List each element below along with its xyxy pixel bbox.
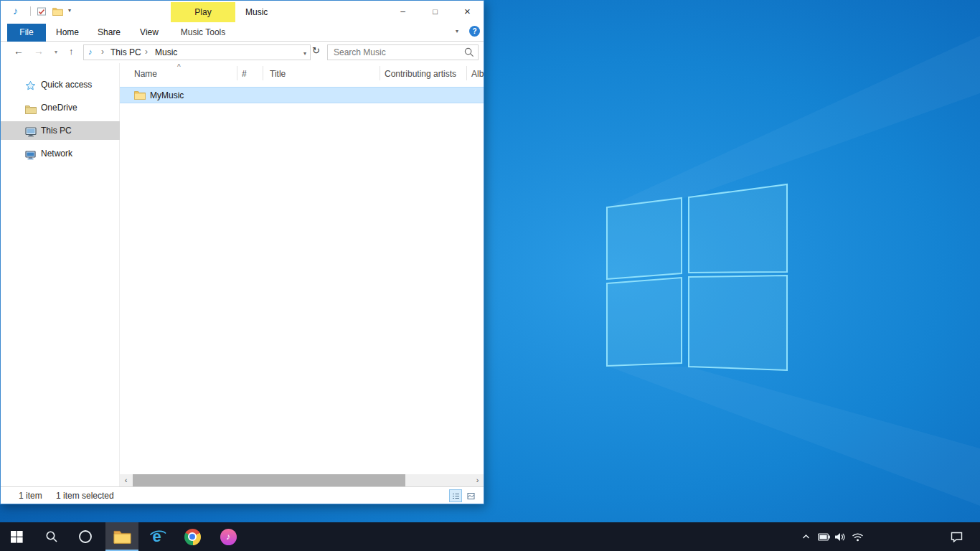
up-button[interactable]: ↑ [69, 46, 74, 57]
start-button[interactable] [0, 522, 33, 551]
computer-icon [25, 125, 37, 143]
item-count: 1 item [19, 491, 42, 501]
breadcrumb-separator-icon[interactable]: › [145, 47, 148, 57]
taskbar-itunes-button[interactable]: ♪ [212, 522, 245, 551]
address-location-icon: ♪ [88, 47, 93, 56]
column-header-name[interactable]: Name [134, 69, 157, 79]
taskbar-internet-explorer-button[interactable]: e [141, 522, 174, 551]
status-bar: 1 item 1 item selected [1, 486, 484, 504]
ribbon-collapse-chevron-icon[interactable]: ▾ [456, 28, 458, 34]
chrome-icon [184, 529, 201, 545]
refresh-button[interactable]: ↻ [312, 45, 320, 56]
action-center-icon [951, 532, 963, 542]
chrome-center-dot [189, 534, 195, 540]
address-bar[interactable]: ♪ › This PC › Music ▾ [83, 44, 311, 60]
forward-button[interactable]: → [34, 45, 44, 57]
network-icon [25, 148, 37, 166]
show-hidden-icons-button[interactable] [798, 522, 814, 551]
help-button[interactable]: ? [469, 26, 480, 37]
tab-music-tools[interactable]: Music Tools [170, 24, 236, 42]
windows-start-icon [11, 531, 23, 543]
selection-summary: 1 item selected [56, 491, 114, 501]
taskbar: e ♪ [0, 522, 980, 551]
search-icon[interactable] [464, 47, 474, 60]
column-header-title[interactable]: Title [270, 69, 286, 79]
network-tray-button[interactable] [849, 522, 865, 551]
sidebar-item-network[interactable]: Network [1, 144, 120, 163]
scroll-left-arrow-icon[interactable]: ‹ [120, 474, 132, 486]
column-divider[interactable] [237, 66, 237, 80]
breadcrumb-music[interactable]: Music [155, 47, 177, 57]
large-icons-view-button[interactable] [464, 489, 477, 502]
tab-share[interactable]: Share [89, 24, 129, 42]
breadcrumb-this-pc[interactable]: This PC [110, 47, 141, 57]
back-button[interactable]: ← [14, 45, 24, 57]
folder-icon [134, 90, 146, 102]
desktop: ♪ ▾ Play Music – □ × File Home Share Vie… [0, 0, 980, 551]
sort-ascending-icon: ^ [177, 63, 181, 71]
navigation-bar: ← → ▾ ↑ ♪ › This PC › Music ▾ ↻ [1, 42, 484, 63]
recent-locations-chevron-icon[interactable]: ▾ [55, 49, 57, 55]
search-input[interactable] [328, 45, 478, 60]
search-box[interactable] [327, 44, 479, 60]
chevron-up-icon [802, 534, 810, 540]
scrollbar-thumb[interactable] [133, 474, 405, 486]
quick-access-star-icon [25, 79, 36, 98]
properties-icon[interactable] [37, 6, 47, 19]
tab-file[interactable]: File [7, 24, 46, 42]
ribbon-tab-row: File Home Share View Music Tools ▾ ? [1, 22, 484, 42]
onedrive-icon [25, 102, 37, 121]
battery-icon [818, 533, 830, 541]
internet-explorer-icon: e [149, 527, 167, 546]
itunes-icon: ♪ [220, 529, 237, 545]
sidebar-item-this-pc[interactable]: This PC [1, 121, 120, 140]
file-explorer-window: ♪ ▾ Play Music – □ × File Home Share Vie… [0, 0, 484, 504]
column-header-album[interactable]: Alb [471, 69, 484, 79]
window-title: Music [245, 7, 268, 17]
contextual-tab-play[interactable]: Play [171, 2, 235, 22]
column-divider[interactable] [380, 66, 380, 80]
sidebar-item-label: Network [41, 144, 72, 163]
column-divider[interactable] [263, 66, 263, 80]
horizontal-scrollbar[interactable]: ‹ › [120, 474, 484, 486]
taskbar-chrome-button[interactable] [176, 522, 209, 551]
sidebar-item-label: OneDrive [41, 98, 77, 117]
close-button[interactable]: × [451, 1, 484, 22]
taskbar-file-explorer-button[interactable] [105, 522, 138, 551]
titlebar[interactable]: ♪ ▾ Play Music – □ × [1, 1, 484, 22]
column-header-contributing-artists[interactable]: Contributing artists [385, 69, 456, 79]
tab-view[interactable]: View [131, 24, 167, 42]
action-center-button[interactable] [946, 522, 967, 551]
qat-separator [30, 6, 31, 16]
details-view-button[interactable] [449, 489, 462, 502]
sidebar-item-label: Quick access [41, 75, 92, 94]
file-explorer-icon [113, 529, 131, 544]
caption-buttons: – □ × [387, 1, 484, 22]
tab-home[interactable]: Home [48, 24, 87, 42]
scroll-right-arrow-icon[interactable]: › [471, 474, 484, 486]
volume-tray-button[interactable] [832, 522, 848, 551]
file-row-mymusic[interactable]: MyMusic [120, 87, 484, 103]
navigation-pane: Quick access OneDrive This PC Network [1, 63, 120, 486]
sidebar-item-quick-access[interactable]: Quick access [1, 75, 120, 94]
cortana-button[interactable] [69, 522, 102, 551]
qat-customize-chevron-icon[interactable]: ▾ [68, 7, 71, 14]
taskbar-search-button[interactable] [35, 522, 68, 551]
breadcrumb-separator-icon[interactable]: › [101, 47, 104, 57]
search-icon [45, 530, 58, 543]
speaker-icon [834, 532, 846, 542]
minimize-button[interactable]: – [387, 1, 419, 22]
file-name: MyMusic [150, 90, 184, 100]
svg-text:e: e [153, 527, 161, 545]
maximize-button[interactable]: □ [419, 1, 451, 22]
file-list-pane: ^ Name # Title Contributing artists Alb … [120, 63, 484, 486]
column-header-number[interactable]: # [242, 69, 247, 79]
address-dropdown-chevron-icon[interactable]: ▾ [303, 50, 306, 57]
app-music-note-icon[interactable]: ♪ [13, 5, 18, 17]
battery-tray-button[interactable] [816, 522, 831, 551]
wifi-icon [852, 532, 864, 542]
new-folder-icon[interactable] [52, 7, 63, 18]
cortana-circle-icon [78, 529, 93, 544]
sidebar-item-onedrive[interactable]: OneDrive [1, 98, 120, 117]
column-divider[interactable] [466, 66, 467, 80]
